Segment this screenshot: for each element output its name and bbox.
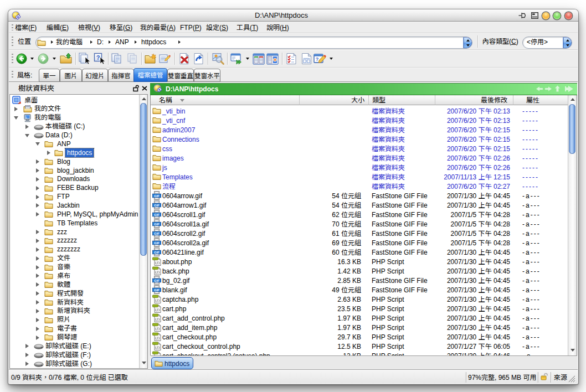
svg-text:?: ? <box>96 54 100 61</box>
svg-text:?: ? <box>316 56 319 62</box>
